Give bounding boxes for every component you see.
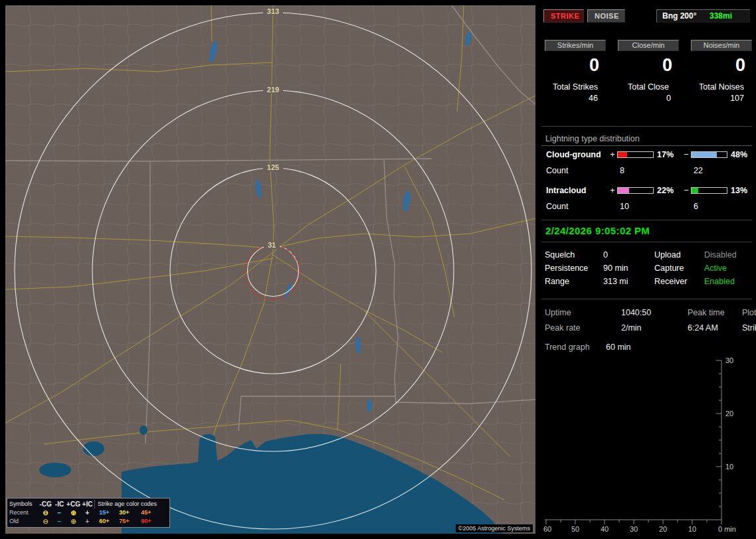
ring-label-31: 31	[268, 241, 276, 249]
uptime-value: 1040:50	[621, 305, 688, 321]
trend-axes	[545, 360, 721, 524]
plus-sign: +	[608, 186, 617, 195]
lake	[140, 425, 147, 435]
total-close-label: Total Close	[618, 82, 679, 92]
legend-type-neg-cg: -CG	[39, 500, 52, 508]
plus-sign: +	[608, 150, 617, 159]
noises-per-min-value: 0	[691, 55, 752, 75]
x-tick-60: 60	[543, 525, 551, 533]
receiver-status: Enabled	[704, 275, 752, 288]
plot-value: Strike	[742, 321, 756, 336]
clock-readout: 2/24/2026 9:05:02 PM	[541, 225, 752, 236]
settings-row: Persistence 90 min Capture Active	[541, 262, 752, 275]
bearing-range-value: 338mi	[709, 11, 732, 21]
age-45: 45+	[134, 508, 158, 517]
uptime-label: Uptime	[545, 305, 621, 321]
legend-type-pos-ic: +IC	[80, 500, 94, 508]
ring-label-313: 313	[267, 7, 279, 15]
noise-button[interactable]: NOISE	[587, 9, 625, 23]
cloud-ground-count-row: Count 8 22	[541, 166, 752, 175]
age-75: 75+	[114, 517, 134, 526]
cg-negative-bar	[691, 151, 727, 158]
count-label: Count	[546, 166, 608, 175]
ring-label-125: 125	[267, 163, 279, 171]
minus-sign: −	[682, 150, 691, 159]
settings-row: Squelch 0 Upload Disabled	[541, 248, 752, 262]
divider	[541, 126, 752, 127]
ic-positive-bar	[617, 187, 654, 194]
count-label: Count	[546, 202, 608, 211]
strike-button[interactable]: STRIKE	[543, 9, 584, 23]
cg-negative-bar-fill	[692, 152, 717, 157]
persistence-label: Persistence	[545, 262, 603, 275]
noises-per-min-header[interactable]: Noises/min	[691, 40, 752, 51]
cloud-ground-label: Cloud-ground	[546, 150, 608, 159]
ic-negative-count: 6	[691, 202, 729, 211]
lake	[39, 463, 71, 477]
peak-rate-label: Peak rate	[545, 321, 621, 336]
neg-ic-old-icon: −	[52, 517, 66, 526]
squelch-value: 0	[603, 248, 654, 262]
status-panel: Uptime 1040:50 Peak time Plot Peak rate …	[541, 305, 752, 336]
rate-panel: Strikes/min 0 Total Strikes 46 Close/min…	[541, 40, 752, 103]
receiver-label: Receiver	[654, 275, 704, 288]
plot-label: Plot	[742, 305, 756, 321]
close-per-min-header[interactable]: Close/min	[618, 40, 679, 51]
status-row: Peak rate 2/min 6:24 AM Strike	[541, 321, 752, 336]
pos-cg-recent-icon: ⊕	[66, 508, 80, 517]
y-tick-20: 20	[725, 410, 733, 418]
legend-type-neg-ic: -IC	[52, 500, 66, 508]
peak-rate-value: 2/min	[621, 321, 688, 336]
lake	[367, 399, 372, 412]
x-tick-30: 30	[630, 525, 638, 533]
capture-label: Capture	[654, 262, 704, 275]
total-close-value: 0	[618, 94, 679, 103]
neg-ic-recent-icon: −	[52, 508, 66, 517]
trend-axis-labels: 30 20 10 60 50 40 30 20 10 0 min	[543, 357, 736, 533]
ic-positive-bar-fill	[618, 188, 629, 193]
upload-status: Disabled	[704, 248, 752, 262]
pos-ic-old-icon: +	[80, 517, 94, 526]
x-tick-20: 20	[659, 525, 667, 533]
cg-positive-pct: 17%	[655, 150, 682, 159]
legend-type-pos-cg: +CG	[66, 500, 80, 508]
cg-negative-pct: 48%	[729, 150, 755, 159]
strikes-per-min-header[interactable]: Strikes/min	[545, 40, 606, 51]
settings-panel: Squelch 0 Upload Disabled Persistence 90…	[541, 248, 752, 288]
ring-label-219: 219	[267, 86, 279, 94]
close-per-min-value: 0	[618, 55, 679, 75]
cg-positive-bar-fill	[618, 152, 627, 157]
persistence-value: 90 min	[603, 262, 654, 275]
trend-window-value: 60 min	[606, 343, 752, 352]
range-label: Range	[545, 275, 603, 288]
total-strikes-label: Total Strikes	[545, 82, 606, 92]
status-row: Uptime 1040:50 Peak time Plot	[541, 305, 752, 321]
x-tick-10: 10	[688, 525, 696, 533]
map-canvas: 313 219 125 31	[5, 5, 535, 534]
neg-cg-old-icon: ⊖	[39, 517, 52, 526]
total-noises-value: 107	[691, 94, 752, 103]
cg-negative-count: 22	[691, 166, 729, 175]
capture-status: Active	[704, 262, 752, 275]
age-60: 60+	[94, 517, 114, 526]
x-tick-40: 40	[601, 525, 609, 533]
noises-column: Noises/min 0 Total Noises 107	[691, 40, 752, 103]
divider	[541, 242, 752, 242]
trend-graph-header: Trend graph 60 min	[541, 343, 752, 352]
ic-negative-bar-fill	[692, 188, 698, 193]
age-15: 15+	[94, 508, 114, 517]
map-view[interactable]: 313 219 125 31 Symbols -CG -IC +CG +IC S…	[5, 5, 535, 534]
ic-negative-pct: 13%	[729, 186, 755, 195]
app-window: 313 219 125 31 Symbols -CG -IC +CG +IC S…	[0, 0, 756, 539]
bearing-readout: Bng 200° 338mi	[656, 9, 750, 23]
plot-mode-toolbar: STRIKE NOISE Bng 200° 338mi	[541, 9, 752, 24]
trend-graph: 30 20 10 60 50 40 30 20 10 0 min	[541, 357, 751, 535]
cg-positive-bar	[617, 151, 654, 158]
age-30: 30+	[114, 508, 134, 517]
divider	[541, 299, 752, 299]
legend-symbols-header: Symbols	[9, 500, 39, 508]
map-legend: Symbols -CG -IC +CG +IC Strike age color…	[7, 498, 170, 528]
settings-row: Range 313 mi Receiver Enabled	[541, 275, 752, 288]
copyright-text: ©2005 Astrogenic Systems	[456, 524, 533, 532]
legend-old-label: Old	[9, 517, 39, 526]
